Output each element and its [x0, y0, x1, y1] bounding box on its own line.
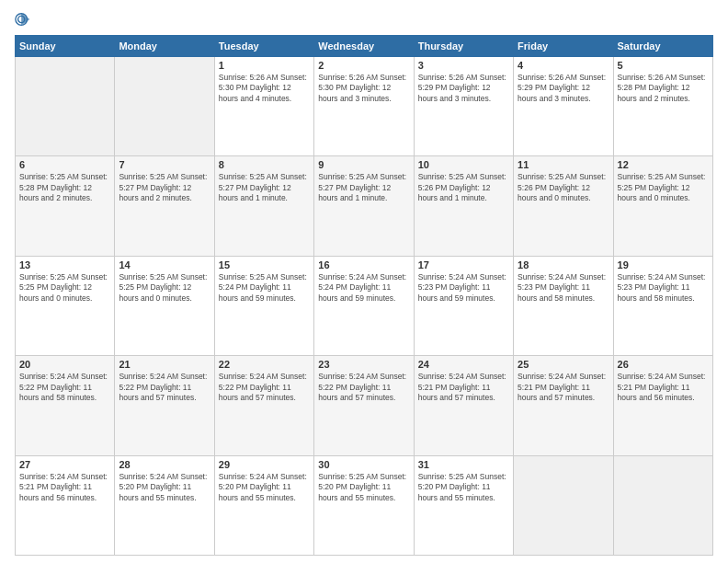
week-row-4: 27Sunrise: 5:24 AM Sunset: 5:21 PM Dayli…	[16, 455, 713, 555]
weekday-header-friday: Friday	[514, 36, 613, 57]
day-number: 11	[518, 159, 609, 170]
calendar-cell: 13Sunrise: 5:25 AM Sunset: 5:25 PM Dayli…	[16, 256, 115, 355]
day-info: Sunrise: 5:26 AM Sunset: 5:30 PM Dayligh…	[219, 73, 310, 104]
calendar-cell: 27Sunrise: 5:24 AM Sunset: 5:21 PM Dayli…	[16, 455, 115, 555]
calendar-cell: 14Sunrise: 5:25 AM Sunset: 5:25 PM Dayli…	[115, 256, 214, 355]
calendar-cell: 16Sunrise: 5:24 AM Sunset: 5:24 PM Dayli…	[314, 256, 414, 355]
day-info: Sunrise: 5:24 AM Sunset: 5:23 PM Dayligh…	[518, 272, 609, 304]
day-number: 23	[318, 359, 409, 370]
weekday-header-tuesday: Tuesday	[214, 36, 313, 57]
calendar-cell: 23Sunrise: 5:24 AM Sunset: 5:22 PM Dayli…	[314, 356, 414, 455]
day-info: Sunrise: 5:24 AM Sunset: 5:21 PM Dayligh…	[19, 472, 110, 503]
calendar-cell: 8Sunrise: 5:25 AM Sunset: 5:27 PM Daylig…	[214, 156, 313, 256]
weekday-header-wednesday: Wednesday	[314, 36, 414, 57]
week-row-2: 13Sunrise: 5:25 AM Sunset: 5:25 PM Dayli…	[16, 256, 713, 355]
calendar-cell: 22Sunrise: 5:24 AM Sunset: 5:22 PM Dayli…	[214, 356, 313, 455]
day-number: 31	[418, 459, 509, 470]
day-info: Sunrise: 5:25 AM Sunset: 5:20 PM Dayligh…	[318, 472, 409, 503]
calendar-cell: 17Sunrise: 5:24 AM Sunset: 5:23 PM Dayli…	[414, 256, 513, 355]
weekday-header-monday: Monday	[115, 36, 214, 57]
calendar-cell: 4Sunrise: 5:26 AM Sunset: 5:29 PM Daylig…	[514, 57, 613, 156]
day-info: Sunrise: 5:24 AM Sunset: 5:20 PM Dayligh…	[119, 472, 210, 503]
day-info: Sunrise: 5:24 AM Sunset: 5:22 PM Dayligh…	[19, 372, 110, 403]
day-info: Sunrise: 5:25 AM Sunset: 5:26 PM Dayligh…	[518, 172, 609, 203]
calendar-cell: 25Sunrise: 5:24 AM Sunset: 5:21 PM Dayli…	[514, 356, 613, 455]
week-row-0: 1Sunrise: 5:26 AM Sunset: 5:30 PM Daylig…	[16, 57, 713, 156]
day-number: 13	[19, 259, 110, 270]
day-info: Sunrise: 5:24 AM Sunset: 5:21 PM Dayligh…	[418, 372, 509, 403]
day-info: Sunrise: 5:24 AM Sunset: 5:24 PM Dayligh…	[318, 272, 409, 304]
day-info: Sunrise: 5:26 AM Sunset: 5:28 PM Dayligh…	[618, 73, 709, 104]
day-number: 27	[19, 459, 110, 470]
day-number: 30	[318, 459, 409, 470]
day-info: Sunrise: 5:26 AM Sunset: 5:29 PM Dayligh…	[518, 73, 609, 104]
calendar-cell: 18Sunrise: 5:24 AM Sunset: 5:23 PM Dayli…	[514, 256, 613, 355]
calendar-cell: 21Sunrise: 5:24 AM Sunset: 5:22 PM Dayli…	[115, 356, 214, 455]
day-number: 5	[618, 60, 709, 71]
day-number: 29	[219, 459, 310, 470]
calendar-cell: 2Sunrise: 5:26 AM Sunset: 5:30 PM Daylig…	[314, 57, 414, 156]
day-info: Sunrise: 5:24 AM Sunset: 5:20 PM Dayligh…	[219, 472, 310, 503]
calendar-table: SundayMondayTuesdayWednesdayThursdayFrid…	[15, 35, 713, 556]
day-info: Sunrise: 5:24 AM Sunset: 5:22 PM Dayligh…	[318, 372, 409, 403]
calendar-cell: 11Sunrise: 5:25 AM Sunset: 5:26 PM Dayli…	[514, 156, 613, 256]
day-number: 8	[219, 159, 310, 170]
weekday-header-thursday: Thursday	[414, 36, 513, 57]
day-number: 18	[518, 259, 609, 270]
calendar-cell	[115, 57, 214, 156]
day-number: 16	[318, 259, 409, 270]
calendar-cell: 7Sunrise: 5:25 AM Sunset: 5:27 PM Daylig…	[115, 156, 214, 256]
day-number: 9	[318, 159, 409, 170]
day-info: Sunrise: 5:24 AM Sunset: 5:23 PM Dayligh…	[618, 272, 709, 304]
header	[15, 11, 713, 28]
calendar-cell: 15Sunrise: 5:25 AM Sunset: 5:24 PM Dayli…	[214, 256, 313, 355]
day-number: 3	[418, 60, 509, 71]
weekday-header-sunday: Sunday	[16, 36, 115, 57]
day-number: 7	[119, 159, 210, 170]
calendar-cell: 28Sunrise: 5:24 AM Sunset: 5:20 PM Dayli…	[115, 455, 214, 555]
calendar-cell: 31Sunrise: 5:25 AM Sunset: 5:20 PM Dayli…	[414, 455, 513, 555]
logo-icon	[15, 11, 31, 28]
calendar-cell: 6Sunrise: 5:25 AM Sunset: 5:28 PM Daylig…	[16, 156, 115, 256]
day-number: 6	[19, 159, 110, 170]
day-info: Sunrise: 5:26 AM Sunset: 5:30 PM Dayligh…	[318, 73, 409, 104]
day-number: 12	[618, 159, 709, 170]
day-info: Sunrise: 5:25 AM Sunset: 5:25 PM Dayligh…	[618, 172, 709, 203]
day-info: Sunrise: 5:25 AM Sunset: 5:25 PM Dayligh…	[19, 272, 110, 304]
calendar-cell: 20Sunrise: 5:24 AM Sunset: 5:22 PM Dayli…	[16, 356, 115, 455]
calendar-cell	[514, 455, 613, 555]
day-info: Sunrise: 5:24 AM Sunset: 5:22 PM Dayligh…	[119, 372, 210, 403]
weekday-header-saturday: Saturday	[613, 36, 712, 57]
day-number: 1	[219, 60, 310, 71]
day-number: 10	[418, 159, 509, 170]
day-number: 17	[418, 259, 509, 270]
calendar-cell: 5Sunrise: 5:26 AM Sunset: 5:28 PM Daylig…	[613, 57, 712, 156]
day-number: 20	[19, 359, 110, 370]
day-number: 14	[119, 259, 210, 270]
day-info: Sunrise: 5:25 AM Sunset: 5:26 PM Dayligh…	[418, 172, 509, 203]
day-number: 4	[518, 60, 609, 71]
calendar-cell: 29Sunrise: 5:24 AM Sunset: 5:20 PM Dayli…	[214, 455, 313, 555]
day-number: 2	[318, 60, 409, 71]
day-info: Sunrise: 5:25 AM Sunset: 5:27 PM Dayligh…	[318, 172, 409, 203]
day-info: Sunrise: 5:24 AM Sunset: 5:22 PM Dayligh…	[219, 372, 310, 403]
day-number: 28	[119, 459, 210, 470]
calendar-cell: 26Sunrise: 5:24 AM Sunset: 5:21 PM Dayli…	[613, 356, 712, 455]
day-info: Sunrise: 5:25 AM Sunset: 5:27 PM Dayligh…	[119, 172, 210, 203]
calendar-cell	[16, 57, 115, 156]
calendar-cell: 24Sunrise: 5:24 AM Sunset: 5:21 PM Dayli…	[414, 356, 513, 455]
day-number: 24	[418, 359, 509, 370]
calendar-cell: 10Sunrise: 5:25 AM Sunset: 5:26 PM Dayli…	[414, 156, 513, 256]
day-info: Sunrise: 5:25 AM Sunset: 5:27 PM Dayligh…	[219, 172, 310, 203]
calendar-cell: 12Sunrise: 5:25 AM Sunset: 5:25 PM Dayli…	[613, 156, 712, 256]
day-info: Sunrise: 5:26 AM Sunset: 5:29 PM Dayligh…	[418, 73, 509, 104]
day-info: Sunrise: 5:24 AM Sunset: 5:21 PM Dayligh…	[518, 372, 609, 403]
day-number: 22	[219, 359, 310, 370]
day-number: 25	[518, 359, 609, 370]
logo	[15, 11, 33, 28]
calendar-cell: 1Sunrise: 5:26 AM Sunset: 5:30 PM Daylig…	[214, 57, 313, 156]
day-info: Sunrise: 5:24 AM Sunset: 5:23 PM Dayligh…	[418, 272, 509, 304]
week-row-3: 20Sunrise: 5:24 AM Sunset: 5:22 PM Dayli…	[16, 356, 713, 455]
day-info: Sunrise: 5:24 AM Sunset: 5:21 PM Dayligh…	[618, 372, 709, 403]
day-info: Sunrise: 5:25 AM Sunset: 5:20 PM Dayligh…	[418, 472, 509, 503]
